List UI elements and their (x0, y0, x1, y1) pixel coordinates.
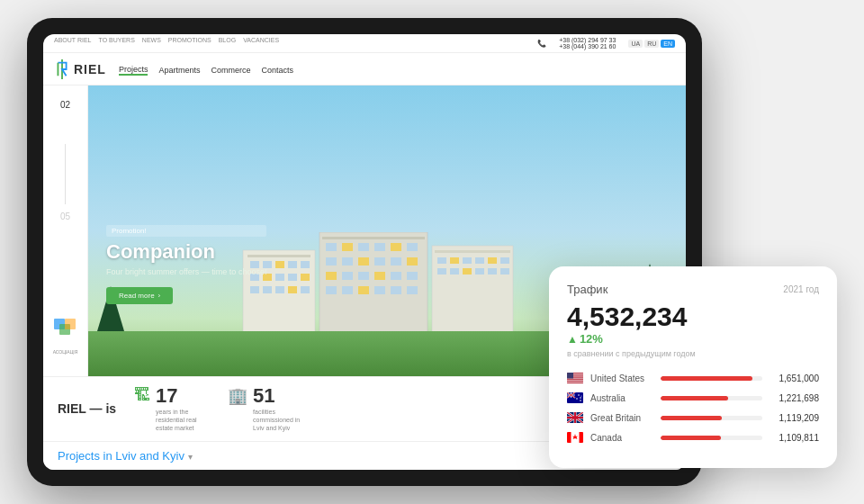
country-value-au: 1,221,698 (770, 393, 819, 403)
svg-rect-30 (358, 257, 369, 266)
hero-title: Companion (106, 240, 266, 264)
svg-rect-101 (580, 432, 584, 443)
svg-rect-27 (407, 243, 418, 251)
country-name-gb: Great Britain (590, 413, 653, 423)
svg-rect-100 (567, 432, 572, 443)
svg-rect-12 (275, 274, 284, 281)
svg-rect-28 (326, 257, 337, 266)
svg-rect-42 (358, 286, 369, 294)
svg-rect-51 (475, 257, 484, 264)
svg-rect-75 (567, 382, 583, 383)
sidebar: 02 05 АСОЦІАЦІЯ (43, 86, 88, 376)
building-icon: 🏗 (134, 386, 150, 405)
svg-rect-76 (567, 373, 573, 378)
svg-rect-71 (567, 379, 583, 380)
svg-rect-19 (301, 286, 310, 293)
stat-years-desc: years in the residential real estate mar… (156, 408, 210, 432)
lang-en[interactable]: EN (661, 40, 675, 48)
country-row-au: Australia 1,221,698 (567, 392, 819, 403)
svg-rect-72 (567, 380, 583, 381)
svg-rect-17 (275, 286, 284, 293)
phone-icon: 📞 (537, 40, 546, 48)
svg-rect-49 (450, 257, 459, 264)
nav-link-contacts[interactable]: Contacts (261, 65, 293, 76)
svg-rect-37 (374, 272, 385, 280)
svg-rect-59 (500, 268, 509, 274)
country-name-us: United States (590, 374, 653, 383)
svg-rect-2 (65, 319, 76, 329)
svg-rect-26 (391, 243, 401, 251)
svg-rect-22 (326, 243, 337, 251)
stat-facilities: 🏢 51 facilities commissioned in Lviv and… (228, 386, 307, 432)
svg-rect-73 (567, 381, 583, 382)
projects-location[interactable]: Lviv and Kyiv (115, 449, 184, 463)
top-link-news[interactable]: NEWS (142, 37, 161, 50)
lang-switcher: UA RU EN (628, 40, 675, 48)
promo-label: Promotion! (106, 225, 266, 237)
growth-badge: ▲ 12% (567, 332, 603, 346)
progress-fill-au (661, 396, 728, 400)
stat-facilities-desc: facilities commissioned in Lviv and Kyiv (253, 408, 307, 432)
read-more-button[interactable]: Read more › (106, 287, 173, 304)
top-nav-row: ABOUT RIEL TO BUYERS NEWS PROMOTIONS BLO… (43, 34, 686, 53)
svg-rect-39 (407, 272, 418, 280)
svg-point-89 (581, 396, 582, 397)
svg-point-88 (580, 400, 581, 401)
country-name-au: Australia (590, 393, 653, 403)
nav-link-projects[interactable]: Projects (119, 65, 148, 76)
progress-bar-gb (661, 416, 762, 420)
flag-gb (567, 412, 583, 423)
stat-facilities-num: 51 (253, 386, 307, 406)
svg-rect-58 (488, 268, 497, 274)
stat-years: 🏗 17 years in the residential real estat… (134, 386, 210, 432)
svg-rect-24 (358, 243, 369, 251)
sidebar-line (65, 144, 66, 204)
top-link-blog[interactable]: BLOG (219, 37, 236, 50)
stat-years-num: 17 (156, 386, 210, 406)
svg-rect-40 (326, 286, 337, 294)
country-row-ca: Canada 1,109,811 (567, 432, 819, 443)
up-arrow-icon: ▲ (567, 333, 578, 346)
svg-rect-18 (288, 286, 297, 293)
projects-title: Projects in Lviv and Kyiv ▾ (58, 449, 193, 463)
progress-fill-gb (661, 416, 722, 420)
progress-fill-us (661, 376, 752, 381)
nav-sub-links: Projects Apartments Commerce Contacts (119, 65, 293, 76)
nav-link-commerce[interactable]: Commerce (211, 65, 250, 76)
progress-bar-ca (661, 436, 762, 440)
country-name-ca: Canada (590, 433, 653, 443)
lang-ru[interactable]: RU (644, 40, 659, 48)
top-link-promotions[interactable]: PROMOTIONS (168, 37, 212, 50)
svg-rect-34 (326, 272, 337, 280)
nav-link-apartments[interactable]: Apartments (158, 65, 200, 76)
nav-wrapper: ABOUT RIEL TO BUYERS NEWS PROMOTIONS BLO… (43, 34, 686, 86)
svg-rect-44 (391, 286, 401, 294)
country-row-us: United States 1,651,000 (567, 373, 819, 383)
arrow-icon: › (158, 292, 161, 300)
logo-text: RIEL (74, 62, 106, 76)
svg-rect-48 (437, 257, 446, 264)
top-link-buyers[interactable]: TO BUYERS (99, 37, 135, 50)
card-year: 2021 год (783, 284, 819, 294)
country-value-ca: 1,109,811 (770, 433, 819, 443)
top-link-vacancies[interactable]: VACANCIES (243, 37, 279, 50)
svg-point-86 (580, 397, 581, 399)
svg-rect-56 (463, 268, 472, 274)
dropdown-chevron-icon: ▾ (188, 452, 193, 462)
lang-ua[interactable]: UA (628, 40, 643, 48)
svg-rect-38 (391, 272, 401, 280)
card-big-number: 4,532,234 (567, 303, 819, 330)
card-growth-row: ▲ 12% (567, 332, 819, 346)
card-subtitle: в сравнении с предыдущим годом (567, 349, 819, 358)
analytics-card: Трафик 2021 год 4,532,234 ▲ 12% в сравне… (549, 266, 837, 468)
svg-rect-47 (435, 250, 510, 253)
svg-rect-41 (342, 286, 353, 294)
svg-rect-29 (342, 257, 353, 266)
svg-rect-57 (475, 268, 484, 274)
flag-ca (567, 432, 583, 443)
svg-rect-74 (567, 382, 583, 382)
top-link-about[interactable]: ABOUT RIEL (54, 37, 92, 50)
logo: RIEL (54, 59, 106, 79)
country-value-gb: 1,119,209 (770, 413, 819, 423)
riel-is-title: RIEL — is (58, 401, 116, 416)
